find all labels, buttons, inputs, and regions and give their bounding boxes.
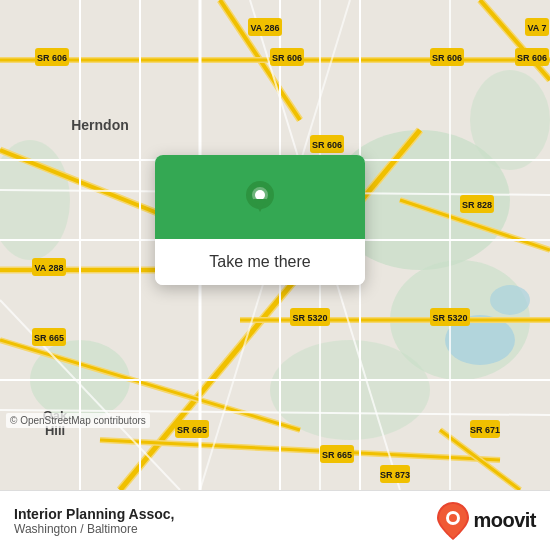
popup-card: Take me there [155, 155, 365, 285]
map-view[interactable]: SR 606 SR 606 SR 606 VA 7 VA 286 SR 606 … [0, 0, 550, 490]
popup-icon-area [155, 155, 365, 239]
svg-text:VA 286: VA 286 [250, 23, 279, 33]
map-attribution: © OpenStreetMap contributors [6, 413, 150, 428]
svg-text:SR 5320: SR 5320 [432, 313, 467, 323]
location-pin-icon [238, 177, 282, 221]
place-region: Washington / Baltimore [14, 522, 175, 536]
svg-text:SR 5320: SR 5320 [292, 313, 327, 323]
svg-point-83 [255, 190, 265, 200]
svg-text:VA 7: VA 7 [527, 23, 546, 33]
svg-point-6 [470, 70, 550, 170]
svg-text:SR 665: SR 665 [177, 425, 207, 435]
svg-text:SR 606: SR 606 [517, 53, 547, 63]
svg-text:SR 873: SR 873 [380, 470, 410, 480]
moovit-logo: moovit [437, 502, 536, 540]
place-name: Interior Planning Assoc, [14, 506, 175, 522]
svg-point-86 [449, 514, 457, 522]
take-me-there-button[interactable]: Take me there [155, 239, 365, 285]
svg-text:SR 828: SR 828 [462, 200, 492, 210]
svg-text:SR 606: SR 606 [312, 140, 342, 150]
svg-text:SR 665: SR 665 [34, 333, 64, 343]
svg-text:SR 671: SR 671 [470, 425, 500, 435]
bottom-info: Interior Planning Assoc, Washington / Ba… [14, 506, 175, 536]
svg-text:SR 606: SR 606 [272, 53, 302, 63]
svg-point-3 [270, 340, 430, 440]
bottom-bar: Interior Planning Assoc, Washington / Ba… [0, 490, 550, 550]
svg-text:VA 288: VA 288 [34, 263, 63, 273]
svg-text:Herndon: Herndon [71, 117, 129, 133]
moovit-pin-icon [437, 502, 469, 540]
svg-text:SR 606: SR 606 [37, 53, 67, 63]
svg-point-8 [490, 285, 530, 315]
svg-text:SR 665: SR 665 [322, 450, 352, 460]
svg-text:SR 606: SR 606 [432, 53, 462, 63]
moovit-text: moovit [473, 509, 536, 532]
